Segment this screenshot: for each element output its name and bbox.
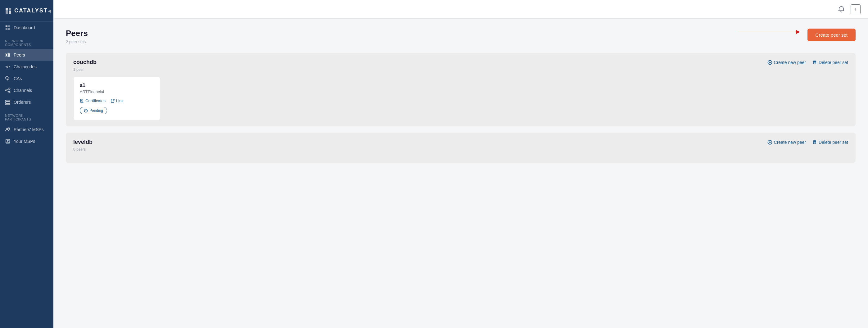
svg-rect-8 — [6, 53, 7, 55]
peer-set-header-couchdb: couchdb Create new peer — [73, 59, 848, 65]
svg-point-13 — [9, 88, 10, 89]
svg-rect-9 — [8, 53, 10, 55]
svg-rect-18 — [6, 102, 10, 103]
peer-set-card-couchdb: couchdb Create new peer — [66, 53, 856, 126]
svg-rect-6 — [6, 28, 7, 30]
status-badge-a1: Pending — [80, 107, 107, 114]
network-participants-section: Network participants — [0, 108, 53, 124]
certificates-icon — [80, 99, 84, 103]
svg-rect-17 — [6, 100, 10, 101]
sidebar-item-partners-msps[interactable]: Partners' MSPs — [0, 124, 53, 136]
orderers-icon — [5, 99, 10, 105]
your-msps-icon — [5, 139, 10, 144]
logo-icon — [5, 7, 12, 14]
collapse-button[interactable]: ◀ — [48, 8, 51, 13]
peer-set-header-leveldb: leveldb Create new peer — [73, 139, 848, 145]
page-title: Peers — [66, 29, 88, 38]
svg-rect-7 — [8, 28, 10, 30]
sidebar-item-your-msps[interactable]: Your MSPs — [0, 136, 53, 147]
sidebar-item-label: Dashboard — [14, 25, 35, 30]
trash-icon-leveldb — [812, 140, 817, 145]
plus-circle-icon — [767, 60, 772, 65]
sidebar-item-channels[interactable]: Channels — [0, 85, 53, 96]
sidebar-item-label: Chaincodes — [14, 64, 37, 69]
arrow-line — [738, 32, 800, 32]
sidebar-item-label: Partners' MSPs — [14, 127, 44, 132]
peer-set-actions-leveldb: Create new peer Delete peer set — [767, 140, 848, 145]
network-components-section: Network components — [0, 34, 53, 49]
sidebar-item-orderers[interactable]: Orderers — [0, 96, 53, 108]
create-new-peer-leveldb-button[interactable]: Create new peer — [767, 140, 806, 145]
content-area: Peers 2 peer sets Create peer set couchd… — [53, 19, 868, 328]
peer-card-a1: a1 ARTFinancial Certificates — [73, 77, 160, 120]
sidebar-item-cas[interactable]: CAs — [0, 73, 53, 85]
sidebar-item-label: Peers — [14, 53, 25, 57]
peer-org-a1: ARTFinancial — [80, 89, 154, 94]
svg-rect-28 — [813, 61, 816, 64]
svg-line-15 — [7, 89, 9, 90]
create-new-peer-couchdb-button[interactable]: Create new peer — [767, 60, 806, 65]
svg-point-20 — [6, 128, 8, 130]
trash-icon-couchdb — [812, 60, 817, 65]
sidebar: CATALYST ◀ Dashboard Network components … — [0, 0, 53, 328]
channels-icon — [5, 88, 10, 93]
svg-rect-0 — [6, 8, 8, 10]
svg-rect-19 — [6, 104, 10, 105]
peer-card-links-a1: Certificates Link — [80, 98, 154, 103]
sidebar-item-chaincodes[interactable]: Chaincodes — [0, 61, 53, 73]
svg-rect-10 — [6, 56, 7, 57]
peer-set-card-leveldb: leveldb Create new peer — [66, 132, 856, 163]
topbar: i — [53, 0, 868, 19]
svg-line-16 — [7, 91, 9, 92]
svg-rect-3 — [9, 11, 11, 14]
sidebar-item-label: Your MSPs — [14, 139, 35, 144]
sidebar-item-label: CAs — [14, 76, 22, 81]
chaincodes-icon — [5, 64, 10, 69]
external-link-icon — [111, 99, 115, 103]
sidebar-item-label: Orderers — [14, 100, 31, 105]
app-logo: CATALYST — [5, 7, 48, 14]
peer-set-count-couchdb: 1 peer — [73, 67, 848, 72]
svg-rect-4 — [6, 26, 7, 27]
page-subtitle: 2 peer sets — [66, 39, 88, 44]
arrow-annotation — [738, 32, 800, 32]
peer-set-count-leveldb: 0 peers — [73, 147, 848, 152]
partners-msps-icon — [5, 127, 10, 132]
sidebar-logo: CATALYST ◀ — [0, 0, 53, 22]
cas-icon — [5, 76, 10, 81]
create-peer-set-button[interactable]: Create peer set — [807, 29, 856, 41]
page-title-block: Peers 2 peer sets — [66, 29, 88, 44]
svg-point-21 — [8, 128, 10, 129]
certificates-link-a1[interactable]: Certificates — [80, 98, 105, 103]
svg-rect-39 — [813, 141, 816, 144]
svg-rect-5 — [8, 26, 10, 27]
user-menu-button[interactable]: i — [850, 4, 861, 14]
peer-set-name-couchdb: couchdb — [73, 59, 97, 65]
sidebar-item-peers[interactable]: Peers — [0, 49, 53, 61]
svg-point-14 — [9, 91, 10, 93]
peer-set-name-leveldb: leveldb — [73, 139, 93, 145]
svg-rect-22 — [6, 140, 10, 142]
plus-circle-icon-leveldb — [767, 140, 772, 145]
svg-rect-1 — [9, 8, 11, 10]
clock-icon — [84, 109, 88, 113]
peers-icon — [5, 52, 10, 58]
link-link-a1[interactable]: Link — [111, 98, 124, 103]
svg-rect-2 — [6, 11, 8, 14]
sidebar-item-dashboard[interactable]: Dashboard — [0, 22, 53, 34]
delete-peer-set-leveldb-button[interactable]: Delete peer set — [812, 140, 848, 145]
dashboard-icon — [5, 25, 10, 30]
svg-point-12 — [5, 90, 7, 91]
peers-grid-couchdb: a1 ARTFinancial Certificates — [73, 77, 848, 120]
delete-peer-set-couchdb-button[interactable]: Delete peer set — [812, 60, 848, 65]
svg-rect-11 — [8, 56, 10, 57]
sidebar-item-label: Channels — [14, 88, 32, 93]
peer-set-actions-couchdb: Create new peer Delete peer set — [767, 60, 848, 65]
notification-bell-icon[interactable] — [837, 5, 846, 14]
main-content: i Peers 2 peer sets Create peer set couc… — [53, 0, 868, 328]
page-header: Peers 2 peer sets Create peer set — [66, 29, 856, 44]
peer-name-a1: a1 — [80, 83, 154, 88]
